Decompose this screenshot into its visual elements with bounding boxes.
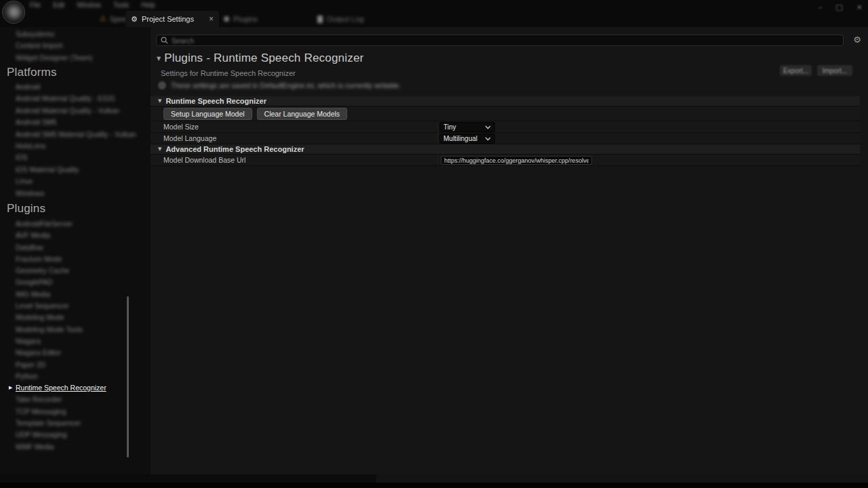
window-controls: – □ × [818,3,863,12]
sidebar-item[interactable]: Widget Designer (Team) [0,52,132,64]
info-icon [158,81,166,89]
sidebar-item[interactable]: iOS [0,152,132,163]
model-language-dropdown[interactable]: Multilingual [439,134,495,144]
column-splitter[interactable] [437,121,438,132]
section-header-advanced[interactable]: ▼ Advanced Runtime Speech Recognizer [151,144,860,155]
search-icon [161,37,168,44]
page-title: Plugins - Runtime Speech Recognizer [164,52,363,65]
tab-project-settings[interactable]: ⚙ Project Settings × [125,11,219,27]
caret-down-icon: ▼ [158,98,161,104]
plugin-icon [224,16,229,22]
sidebar-item[interactable]: HoloLens [0,140,132,152]
tab-label: Plugins [233,15,258,23]
sidebar-item[interactable]: Android [0,81,132,93]
setup-language-model-button[interactable]: Setup Language Model [163,108,252,120]
minimize-icon[interactable]: – [818,3,823,12]
bottom-strip [0,483,868,488]
sidebar-item[interactable]: Content Import [0,40,132,52]
model-size-label: Model Size [163,121,199,133]
sidebar-item[interactable]: ▶ Python [0,371,132,382]
caret-down-icon: ▼ [158,146,161,152]
model-actions-row: Setup Language Model Clear Language Mode… [151,106,860,121]
sidebar-item[interactable]: ▶ AndroidFileServer [0,218,132,230]
settings-detail-panel: ⚙ ▼ Plugins - Runtime Speech Recognizer … [151,27,868,474]
sidebar-item[interactable]: ▶ Paper 2D [0,359,132,371]
warning-icon: ⚠ [100,14,106,23]
menu-bar: File Edit Window Tools Help [30,1,155,9]
section-header-runtime-speech-recognizer[interactable]: ▼ Runtime Speech Recognizer [151,96,860,106]
chevron-down-icon [485,125,491,129]
sidebar-item[interactable]: ▶ GooglePAD [0,277,132,288]
section-title: Runtime Speech Recognizer [165,97,267,105]
model-size-dropdown[interactable]: Tiny [439,122,495,132]
close-tab-icon[interactable]: × [209,14,214,24]
sidebar-item[interactable]: ▶ Geometry Cache [0,265,132,277]
log-icon [317,16,323,23]
sidebar-item[interactable]: ▶ Take Recorder [0,394,132,405]
sidebar-item[interactable]: ▶ Level Sequencer [0,300,132,312]
sidebar-item[interactable]: ▶ UDP Messaging [0,429,132,441]
sidebar-item[interactable]: ▶ Niagara Editor [0,347,132,359]
model-language-label: Model Language [163,133,216,144]
menu-tools[interactable]: Tools [113,1,129,9]
model-language-row: Model Language Multilingual [151,133,860,144]
page-subtitle: Settings for Runtime Speech Recognizer [161,69,296,77]
menu-edit[interactable]: Edit [53,1,64,9]
section-title: Advanced Runtime Speech Recognizer [165,145,304,153]
import-button[interactable]: Import... [817,65,852,76]
column-splitter[interactable] [437,155,438,165]
sidebar-item[interactable]: ▶ Modeling Mode [0,312,132,323]
platforms-heading: Platforms [7,66,57,79]
sidebar-item[interactable]: ▶ Modeling Mode Tools [0,324,132,336]
editor-section-items: Subsystems Content Import Widget Designe… [0,28,132,64]
expander-arrow-icon: ▶ [9,382,12,394]
search-box[interactable] [156,35,844,46]
model-size-row: Model Size Tiny [151,121,860,133]
menu-help[interactable]: Help [141,1,155,9]
note-text: These settings are saved in DefaultEngin… [171,81,401,89]
sidebar-item[interactable]: Android SM5 [0,117,132,128]
maximize-icon[interactable]: □ [835,3,842,12]
sidebar-item[interactable]: ▶ TCP Messaging [0,406,132,418]
export-button[interactable]: Export... [780,65,812,76]
menu-window[interactable]: Window [77,1,101,9]
sidebar-item[interactable]: Android SM5 Material Quality - Vulkan [0,129,132,140]
sidebar-item[interactable]: ▶ Template Sequencer [0,418,132,429]
column-splitter[interactable] [437,133,438,144]
caret-down-icon[interactable]: ▼ [157,56,161,62]
sidebar-item[interactable]: ▶ IMG Media [0,289,132,300]
tab-label: Output Log [327,15,363,23]
sidebar-item[interactable]: ▶ WMF Media [0,441,132,453]
tab-label: Project Settings [142,15,194,23]
sidebar-item[interactable]: ▶ AVF Media [0,230,132,241]
sidebar-item[interactable]: ▶ Niagara [0,336,132,347]
config-file-note: These settings are saved in DefaultEngin… [158,81,401,89]
sidebar-scrollbar[interactable] [127,296,129,458]
sidebar-item[interactable]: ▶ Fracture Mode [0,253,132,265]
search-input[interactable] [172,37,839,45]
model-download-base-url-input[interactable] [441,156,592,165]
page-title-row: ▼ Plugins - Runtime Speech Recognizer [157,52,363,65]
sidebar-item[interactable]: ▶ Dataflow [0,242,132,253]
model-download-base-url-row: Model Download Base Url [151,155,860,166]
gear-icon[interactable]: ⚙ [853,35,861,45]
sidebar-item[interactable]: Linux [0,176,132,187]
sidebar-item[interactable]: Subsystems [0,28,132,40]
chevron-down-icon [485,137,491,141]
status-bar [0,474,868,483]
sidebar-item[interactable]: iOS Material Quality [0,164,132,176]
dropdown-value: Multilingual [443,135,477,142]
sidebar-item[interactable]: Android Material Quality - ES31 [0,93,132,104]
sidebar-item[interactable]: Windows [0,188,132,199]
close-window-icon[interactable]: × [856,3,863,12]
sidebar-item[interactable]: ▶ Runtime Speech Recognizer [0,382,132,394]
menu-file[interactable]: File [30,1,41,9]
plugins-heading: Plugins [7,202,45,216]
tab-plugins[interactable]: Plugins [224,11,258,27]
tab-output-log[interactable]: Output Log [317,11,363,27]
sidebar-item[interactable]: Android Material Quality - Vulkan [0,105,132,117]
clear-language-models-button[interactable]: Clear Language Models [257,108,348,120]
settings-category-sidebar: Subsystems Content Import Widget Designe… [0,27,151,474]
model-download-base-url-label: Model Download Base Url [163,155,245,166]
settings-icon: ⚙ [131,15,138,24]
